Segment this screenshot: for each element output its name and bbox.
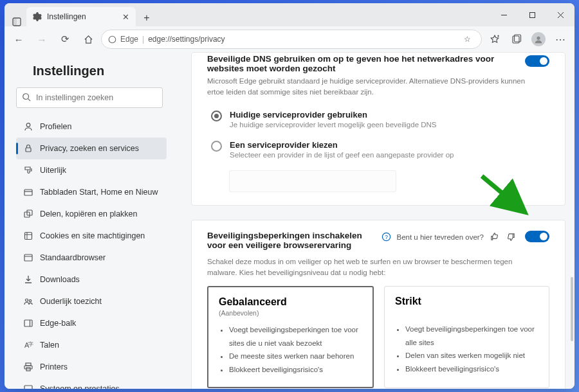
svg-text:字: 字 (28, 341, 33, 347)
nav-icon (23, 296, 33, 307)
svg-line-13 (28, 99, 31, 102)
dns-choose-radio[interactable] (211, 141, 222, 152)
nav-icon (23, 274, 33, 285)
nav-label: Downloads (40, 275, 80, 284)
thumbs-down-icon[interactable] (504, 231, 517, 244)
svg-rect-3 (529, 12, 535, 17)
maximize-button[interactable] (518, 3, 546, 26)
thumbs-up-icon[interactable] (488, 231, 501, 244)
nav-label: Edge-balk (40, 319, 76, 328)
dns-toggle[interactable] (525, 55, 549, 67)
search-input[interactable] (16, 87, 163, 108)
security-card: Beveiligingsbeperkingen inschakelen voor… (191, 220, 565, 389)
nav-label: Delen, kopiëren en plakken (40, 209, 138, 218)
svg-rect-15 (26, 148, 31, 152)
nav-icon (23, 231, 33, 241)
security-title: Beveiligingsbeperkingen inschakelen voor… (207, 231, 372, 250)
search-icon (22, 93, 31, 104)
nav-icon (23, 143, 33, 154)
sidebar-downloads[interactable]: Downloads (16, 269, 167, 290)
nav-label: Standaardbrowser (40, 253, 106, 262)
url-text: edge://settings/privacy (148, 35, 225, 44)
sidebar-uiterlijk[interactable]: Uiterlijk (16, 159, 167, 181)
forward-button: → (32, 29, 52, 49)
nav-label: Uiterlijk (40, 166, 66, 175)
window-close-button[interactable] (546, 3, 574, 26)
svg-rect-1 (13, 18, 17, 26)
reload-button[interactable]: ⟳ (55, 29, 75, 49)
svg-point-14 (26, 123, 30, 127)
nav-icon (23, 187, 33, 197)
nav-icon (23, 362, 33, 372)
sidebar-edgebalk[interactable]: Edge-balk (16, 312, 167, 334)
sidebar-privacy[interactable]: Privacy, zoeken en services (16, 138, 167, 159)
nav-icon (23, 253, 33, 263)
svg-rect-27 (24, 320, 32, 326)
sidebar-tabbladen[interactable]: Tabbladen Start, Home en Nieuw (16, 181, 167, 203)
browser-tab[interactable]: Instellingen ✕ (26, 7, 136, 26)
nav-label: Tabbladen Start, Home en Nieuw (40, 188, 158, 197)
svg-point-26 (29, 299, 31, 301)
dns-opt2-title: Een serviceprovider kiezen (230, 140, 454, 150)
nav-icon (23, 165, 33, 175)
svg-point-25 (25, 299, 28, 301)
dns-opt1-title: Huidige serviceprovider gebruiken (230, 110, 437, 120)
sidebar-printers[interactable]: Printers (16, 356, 167, 378)
edge-icon (108, 35, 116, 44)
svg-rect-16 (24, 190, 32, 195)
brand-label: Edge (120, 35, 138, 44)
nav-label: Ouderlijk toezicht (40, 297, 102, 306)
security-toggle[interactable] (525, 231, 549, 242)
minimize-button[interactable] (490, 3, 518, 26)
svg-rect-23 (24, 254, 32, 261)
nav-icon (23, 318, 33, 328)
address-bar[interactable]: Edge | edge://settings/privacy ☆ (101, 30, 482, 49)
nav-label: Cookies en site machtigingen (40, 231, 145, 240)
svg-rect-20 (24, 233, 32, 240)
collections-button[interactable] (506, 29, 527, 49)
nav-icon: A字 (23, 340, 33, 350)
sidebar-standaard[interactable]: Standaardbrowser (16, 247, 167, 269)
nav-icon (23, 209, 33, 219)
sidebar-talen[interactable]: A字Talen (16, 334, 167, 356)
svg-point-11 (537, 37, 540, 40)
back-button[interactable]: ← (8, 29, 29, 49)
nav-label: Systeem en prestaties (40, 384, 120, 389)
dns-current-radio[interactable] (211, 111, 222, 121)
nav-icon (23, 121, 33, 132)
dns-opt1-sub: Je huidige serviceprovider levert mogeli… (230, 121, 437, 129)
dns-opt2-sub: Selecteer een provider in de lijst of ge… (230, 151, 454, 159)
nav-label: Talen (40, 341, 59, 350)
level-strict[interactable]: Strikt Voegt beveiligingsbeperkingen toe… (384, 286, 549, 388)
tab-manager-icon[interactable] (10, 17, 24, 26)
scrollbar-thumb[interactable] (571, 277, 573, 341)
new-tab-button[interactable]: + (138, 10, 155, 26)
svg-text:?: ? (385, 234, 388, 240)
gear-icon (33, 12, 42, 21)
svg-point-12 (23, 94, 29, 100)
dns-provider-input (229, 170, 396, 192)
page-title: Instellingen (16, 64, 167, 78)
level-balanced[interactable]: Gebalanceerd (Aanbevolen) Voegt beveilig… (207, 286, 374, 388)
home-button[interactable] (78, 29, 98, 49)
profile-button[interactable] (528, 29, 549, 49)
sidebar-profielen[interactable]: Profielen (16, 116, 167, 138)
dns-sub: Microsoft Edge gebruikt standaard je hui… (207, 76, 542, 98)
more-button[interactable]: ⋯ (550, 29, 571, 49)
nav-label: Privacy, zoeken en services (40, 144, 139, 153)
favorite-button[interactable]: ☆ (459, 31, 475, 47)
svg-point-6 (109, 36, 116, 43)
sidebar-delen[interactable]: Delen, kopiëren en plakken (16, 203, 167, 225)
tab-title: Instellingen (47, 12, 86, 21)
sidebar-ouderlijk[interactable]: Ouderlijk toezicht (16, 290, 167, 312)
dns-card: Beveiligde DNS gebruiken om op te geven … (191, 52, 565, 206)
dns-title: Beveiligde DNS gebruiken om op te geven … (207, 54, 517, 73)
favorites-bar-button[interactable] (484, 29, 505, 49)
security-sub: Schakel deze modus in om veiliger op het… (207, 256, 542, 279)
nav-label: Profielen (40, 122, 71, 131)
sidebar-cookies[interactable]: Cookies en site machtigingen (16, 225, 167, 247)
sidebar-systeem[interactable]: Systeem en prestaties (16, 378, 167, 389)
svg-rect-34 (24, 386, 32, 389)
close-tab-button[interactable]: ✕ (122, 12, 129, 22)
help-icon[interactable]: ? (380, 231, 392, 244)
